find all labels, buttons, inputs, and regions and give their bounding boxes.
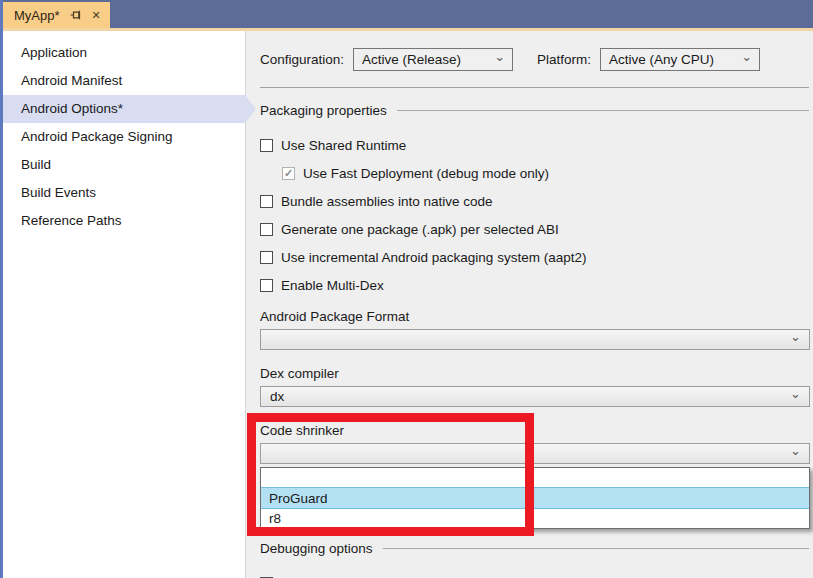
dropdown-option-r8[interactable]: r8: [261, 509, 809, 528]
dex-compiler-label: Dex compiler: [260, 366, 810, 381]
platform-select[interactable]: Active (Any CPU) ⌄: [600, 48, 760, 71]
pin-icon[interactable]: [70, 9, 82, 21]
checkbox-label: Use Shared Runtime: [281, 138, 406, 153]
use-shared-runtime-checkbox[interactable]: [260, 139, 273, 152]
one-package-per-abi-checkbox[interactable]: [260, 223, 273, 236]
checkbox-label: Use incremental Android packaging system…: [281, 250, 586, 265]
android-package-format-select[interactable]: ⌄: [260, 329, 810, 350]
configuration-value: Active (Release): [362, 52, 461, 67]
close-icon[interactable]: ✕: [92, 10, 101, 21]
group-rule: [397, 110, 809, 111]
dropdown-option-proguard[interactable]: ProGuard: [261, 487, 809, 509]
use-fast-deployment-checkbox[interactable]: ✓: [282, 167, 295, 180]
android-package-format-label: Android Package Format: [260, 309, 810, 324]
incremental-packaging-checkbox[interactable]: [260, 251, 273, 264]
sidebar-item-android-options[interactable]: Android Options*: [0, 95, 245, 123]
sidebar-item-build[interactable]: Build: [0, 151, 245, 179]
checkbox-label: Enable Multi-Dex: [281, 278, 384, 293]
checkbox-row: Enable Multi-Dex: [260, 277, 810, 293]
debugging-options-title: Debugging options: [260, 541, 373, 556]
code-shrinker-section: Code shrinker ⌄ ProGuard r8: [260, 423, 810, 529]
android-options-panel: Configuration: Active (Release) ⌄ Platfo…: [245, 31, 813, 578]
code-shrinker-select[interactable]: ⌄: [260, 443, 810, 464]
chevron-down-icon: ⌄: [790, 335, 801, 339]
chevron-down-icon: ⌄: [494, 55, 505, 59]
dex-compiler-select[interactable]: dx ⌄: [260, 386, 810, 407]
code-shrinker-dropdown-list: ProGuard r8: [260, 467, 810, 529]
sidebar-item-android-package-signing[interactable]: Android Package Signing: [0, 123, 245, 151]
group-rule: [383, 548, 809, 549]
window-left-border: [0, 0, 3, 578]
sidebar-item-android-manifest[interactable]: Android Manifest: [0, 67, 245, 95]
configuration-label: Configuration:: [260, 52, 344, 67]
checkbox-label: Bundle assemblies into native code: [281, 194, 493, 209]
document-tab-bar: MyApp* ✕: [0, 0, 813, 28]
checkbox-row: Use Shared Runtime: [260, 137, 810, 153]
properties-nav-sidebar: Application Android Manifest Android Opt…: [0, 31, 245, 578]
checkbox-label: Generate one package (.apk) per selected…: [281, 222, 559, 237]
chevron-down-icon: ⌄: [790, 392, 801, 396]
tab-title: MyApp*: [14, 8, 60, 23]
configuration-select[interactable]: Active (Release) ⌄: [353, 48, 513, 71]
sidebar-item-build-events[interactable]: Build Events: [0, 179, 245, 207]
packaging-properties-header: Packaging properties: [260, 103, 810, 118]
checkbox-row: Bundle assemblies into native code: [260, 193, 810, 209]
enable-multi-dex-checkbox[interactable]: [260, 279, 273, 292]
chevron-down-icon: ⌄: [790, 449, 801, 453]
tab-myapp[interactable]: MyApp* ✕: [3, 2, 110, 28]
dropdown-option-empty[interactable]: [261, 468, 809, 487]
checkbox-row: ✓ Use Fast Deployment (debug mode only): [282, 165, 810, 181]
configuration-bar: Configuration: Active (Release) ⌄ Platfo…: [260, 48, 810, 71]
config-separator: [260, 87, 809, 88]
chevron-down-icon: ⌄: [741, 55, 752, 59]
sidebar-item-reference-paths[interactable]: Reference Paths: [0, 207, 245, 235]
checkbox-label: Use Fast Deployment (debug mode only): [303, 166, 549, 181]
sidebar-item-application[interactable]: Application: [0, 39, 245, 67]
checkbox-row: Generate one package (.apk) per selected…: [260, 221, 810, 237]
checkbox-row: Use incremental Android packaging system…: [260, 249, 810, 265]
packaging-properties-title: Packaging properties: [260, 103, 387, 118]
debugging-options-header: Debugging options: [260, 541, 810, 556]
dex-compiler-value: dx: [270, 389, 284, 404]
code-shrinker-label: Code shrinker: [260, 423, 810, 438]
platform-label: Platform:: [537, 52, 591, 67]
bundle-assemblies-checkbox[interactable]: [260, 195, 273, 208]
platform-value: Active (Any CPU): [609, 52, 714, 67]
